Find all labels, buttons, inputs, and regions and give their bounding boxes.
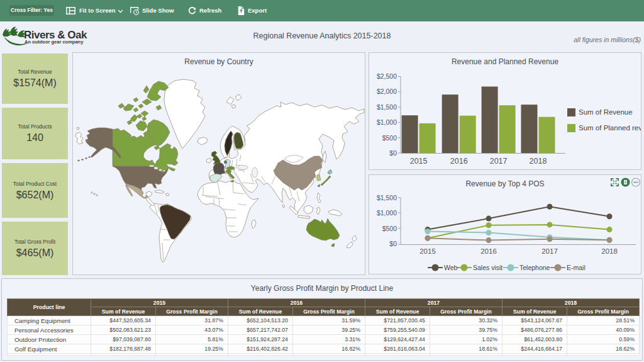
svg-text:2016: 2016 <box>480 247 497 255</box>
svg-text:2015: 2015 <box>410 157 428 166</box>
svg-text:Web: Web <box>444 264 458 271</box>
svg-text:2018: 2018 <box>530 157 547 166</box>
svg-text:$2,500: $2,500 <box>377 72 397 80</box>
svg-text:$1,000: $1,000 <box>377 209 397 217</box>
svg-text:2017: 2017 <box>541 247 558 255</box>
svg-text:$1,500: $1,500 <box>377 103 397 111</box>
svg-text:Sum of Planned revenue: Sum of Planned revenue <box>579 124 641 132</box>
svg-text:2015: 2015 <box>419 247 436 255</box>
svg-text:$2,000: $2,000 <box>377 88 397 95</box>
svg-text:2018: 2018 <box>601 247 618 255</box>
svg-text:$1,500: $1,500 <box>377 194 397 201</box>
svg-text:$0: $0 <box>389 149 397 157</box>
svg-text:2017: 2017 <box>490 157 508 166</box>
svg-text:$0: $0 <box>389 240 397 247</box>
svg-text:$500: $500 <box>382 225 397 232</box>
svg-text:Telephone: Telephone <box>519 264 550 271</box>
svg-text:E-mail: E-mail <box>567 264 586 271</box>
svg-text:Sum of Revenue: Sum of Revenue <box>579 108 633 116</box>
svg-text:$1,000: $1,000 <box>377 118 397 126</box>
svg-text:2016: 2016 <box>450 157 468 166</box>
svg-text:Sales visit: Sales visit <box>473 264 502 271</box>
svg-text:$500: $500 <box>382 134 397 142</box>
